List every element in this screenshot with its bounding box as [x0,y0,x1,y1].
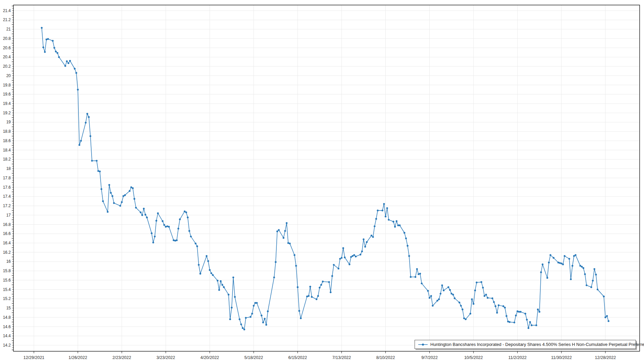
data-point [283,237,284,239]
data-point [590,286,592,288]
data-point [99,171,101,172]
data-point [339,258,341,259]
data-point [549,254,551,256]
data-point [392,221,394,223]
data-point [74,68,75,69]
data-point [121,201,122,203]
data-point [572,265,573,266]
data-point [507,321,509,322]
data-point [308,295,310,297]
axis-tick-label: 16.8 [3,222,11,227]
data-point [166,225,168,227]
data-point [404,232,405,234]
data-point [559,262,560,264]
data-point [173,239,174,241]
axis-tick-label: 15.4 [3,287,11,292]
data-point [184,210,185,212]
data-point [300,317,302,319]
data-point [470,313,471,314]
data-point [441,284,443,286]
data-point [261,315,262,316]
data-point [366,241,368,243]
data-point [419,273,421,275]
data-point [562,263,564,265]
axis-tick-label: 17.6 [3,185,11,190]
data-point [46,39,47,40]
data-point [460,305,462,306]
data-point [430,295,432,297]
data-point [69,60,71,62]
data-point [135,207,137,208]
axis-tick-label: 14.6 [3,324,11,329]
data-point [383,203,385,205]
data-point [232,277,234,278]
data-point [579,265,581,266]
data-point [133,198,135,200]
data-point [256,302,258,304]
data-point [353,254,355,256]
data-point [480,281,482,283]
data-point [251,313,253,314]
axis-tick-label: 19.4 [3,101,11,106]
axis-tick-label: 12/29/2021 [23,355,45,360]
data-point [78,144,80,146]
data-point [474,290,476,291]
data-point [209,269,211,271]
data-point [320,284,322,286]
data-point [319,287,320,288]
axis-tick-label: 7/13/2022 [332,355,351,360]
data-point [548,262,550,263]
axis-tick-label: 12/28/2022 [595,355,616,360]
data-point [96,160,98,162]
data-point [374,225,375,227]
data-point [244,328,245,330]
data-point [363,238,364,240]
data-point [360,254,361,255]
data-point [560,262,562,264]
data-point [119,205,121,206]
data-point [452,294,454,295]
data-point [514,321,515,323]
axis-tick-label: 1/26/2022 [68,355,87,360]
data-point [344,256,345,258]
data-point [502,305,504,307]
data-point [220,280,221,282]
data-point [449,289,451,291]
axis-tick-label: 11/30/2022 [551,355,572,360]
data-point [218,289,220,291]
data-point [229,318,231,320]
data-point [151,232,152,234]
data-point [267,310,269,312]
data-point [608,320,609,322]
data-point [537,309,539,310]
data-point [371,235,372,236]
data-point [179,219,181,220]
axis-tick-label: 17.4 [3,194,11,199]
data-point [254,302,256,304]
data-point [132,187,133,189]
data-point [540,272,542,273]
data-point [407,245,408,247]
data-point [581,266,583,267]
data-point [198,264,200,265]
data-point [122,195,124,197]
data-point [77,89,78,90]
data-point [454,297,455,299]
data-point [141,214,143,216]
data-point [250,316,251,318]
data-point [162,220,163,222]
data-point [408,255,410,257]
axis-tick-label: 9/7/2022 [421,355,438,360]
axis-tick-label: 18.4 [3,148,11,153]
axis-tick-label: 20.4 [3,55,11,59]
data-point [298,310,300,312]
data-point [66,60,68,62]
data-point [564,255,566,257]
data-point [386,207,388,209]
data-point [416,268,418,270]
data-point [177,228,179,229]
data-point [53,47,55,49]
data-point [535,324,537,326]
axis-tick-label: 16 [6,259,11,264]
data-point [515,315,517,316]
